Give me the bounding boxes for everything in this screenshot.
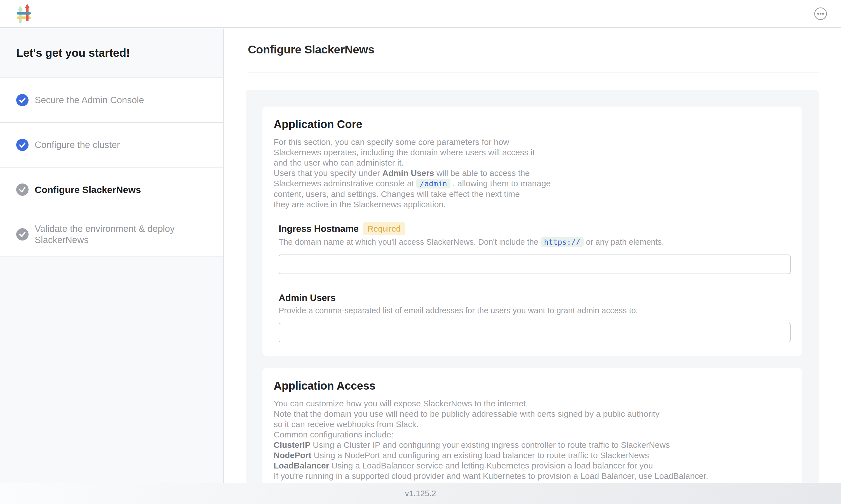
field-label-row: Admin Users — [279, 292, 791, 304]
top-header — [0, 0, 841, 28]
title-divider — [248, 72, 819, 72]
card-title: Application Access — [274, 379, 791, 392]
step-check-icon — [16, 139, 29, 151]
ellipsis-icon — [814, 7, 827, 20]
version-label: v1.125.2 — [405, 489, 436, 498]
field-label-row: Ingress Hostname Required — [279, 222, 791, 235]
setup-step-item[interactable]: Configure the cluster — [0, 123, 223, 167]
step-check-icon — [16, 94, 29, 106]
application-core-card: Application Core For this section, you c… — [263, 107, 802, 356]
application-access-card: Application Access You can customize how… — [263, 368, 802, 494]
page-title: Configure SlackerNews — [248, 43, 841, 56]
field-help: Provide a comma-separated list of email … — [279, 305, 791, 316]
setup-step-item[interactable]: Configure SlackerNews — [0, 167, 223, 212]
ingress-hostname-field: Ingress Hostname Required The domain nam… — [279, 222, 791, 274]
field-help: The domain name at which you'll access S… — [279, 237, 791, 247]
field-label: Admin Users — [279, 292, 336, 304]
card-title: Application Core — [274, 118, 791, 131]
config-panel: Application Core For this section, you c… — [246, 90, 819, 504]
slackernews-logo-icon — [16, 4, 31, 23]
version-footer: v1.125.2 — [0, 483, 841, 504]
admin-users-input[interactable] — [279, 323, 791, 342]
card-description: You can customize how you will expose Sl… — [274, 398, 791, 481]
setup-step-item[interactable]: Secure the Admin Console — [0, 78, 223, 123]
card-description: For this section, you can specify some c… — [274, 137, 791, 210]
ingress-hostname-input[interactable] — [279, 254, 791, 274]
step-check-icon — [16, 183, 29, 196]
field-label: Ingress Hostname — [279, 223, 359, 235]
step-label: Configure the cluster — [35, 139, 120, 150]
setup-sidebar: Let's get you started! Secure the Admin … — [0, 29, 224, 504]
required-badge: Required — [363, 222, 405, 235]
config-main: Configure SlackerNews Application Core F… — [225, 29, 841, 504]
sidebar-title: Let's get you started! — [16, 47, 130, 59]
sidebar-header: Let's get you started! — [0, 29, 223, 78]
step-check-icon — [16, 228, 29, 240]
step-label: Validate the environment & deploy Slacke… — [35, 223, 208, 246]
setup-step-item[interactable]: Validate the environment & deploy Slacke… — [0, 212, 223, 257]
more-options-button[interactable] — [814, 7, 827, 20]
step-label: Secure the Admin Console — [35, 94, 144, 106]
admin-users-field: Admin Users Provide a comma-separated li… — [279, 292, 791, 342]
setup-steps-list: Secure the Admin Console Configure the c… — [0, 78, 223, 257]
step-label: Configure SlackerNews — [35, 184, 141, 195]
